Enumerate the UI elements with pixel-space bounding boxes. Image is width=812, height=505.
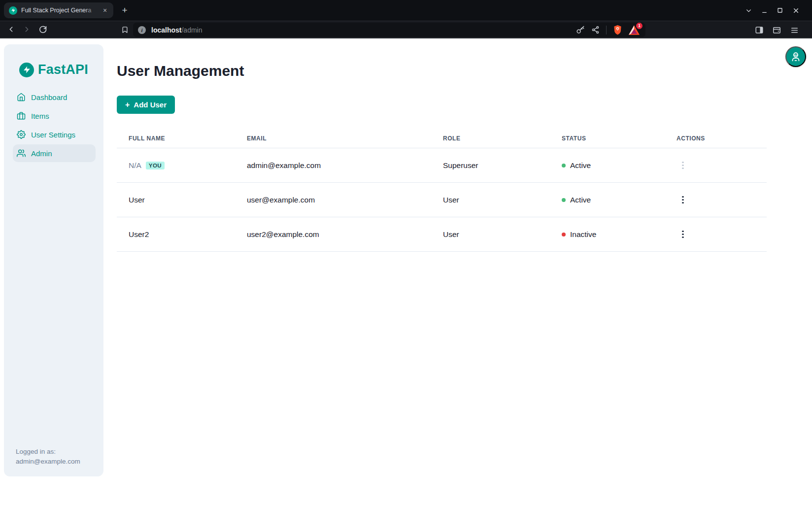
browser-tab[interactable]: Full Stack Project Genera × <box>4 2 113 18</box>
browser-toolbar: i localhost/admin 1 <box>0 21 812 38</box>
url-bar[interactable]: i localhost/admin 1 <box>133 23 645 37</box>
sidebar: FastAPI Dashboard Items User Settings <box>4 44 103 476</box>
bookmark-icon[interactable] <box>118 23 131 36</box>
page-title: User Management <box>117 63 812 79</box>
sidebar-item-label: User Settings <box>31 131 75 139</box>
row-actions-menu-button[interactable] <box>677 228 689 241</box>
sidebar-item-admin[interactable]: Admin <box>13 144 96 162</box>
sidebar-toggle-icon[interactable] <box>755 26 764 34</box>
cell-status: Inactive <box>550 230 665 239</box>
new-tab-button[interactable]: + <box>118 4 131 17</box>
row-actions-menu-button[interactable] <box>677 194 689 206</box>
window-maximize-button[interactable] <box>776 6 784 15</box>
brave-shield-icon[interactable] <box>613 25 622 35</box>
briefcase-icon <box>17 111 26 120</box>
rewards-badge: 1 <box>636 23 643 29</box>
column-header-role: ROLE <box>431 135 550 142</box>
column-header-full-name: FULL NAME <box>117 135 235 142</box>
table-row: N/A YOU admin@example.com Superuser Acti… <box>117 148 767 183</box>
status-label: Inactive <box>570 230 596 239</box>
cell-actions <box>665 228 767 241</box>
users-table: FULL NAME EMAIL ROLE STATUS ACTIONS N/A … <box>117 129 767 252</box>
full-name-value: N/A <box>129 161 141 170</box>
table-header-row: FULL NAME EMAIL ROLE STATUS ACTIONS <box>117 129 767 148</box>
fastapi-logo: FastAPI <box>4 44 103 77</box>
logged-in-as-label: Logged in as: <box>16 447 80 457</box>
cell-full-name: User <box>117 196 235 204</box>
logo-text: FastAPI <box>38 62 88 77</box>
window-close-button[interactable] <box>791 6 800 15</box>
tab-search-chevron-icon[interactable] <box>744 6 753 15</box>
reload-button[interactable] <box>35 23 49 36</box>
back-button[interactable] <box>4 23 18 36</box>
cell-role: User <box>431 196 550 204</box>
column-header-status: STATUS <box>550 135 665 142</box>
cell-actions <box>665 159 767 172</box>
sidebar-item-label: Items <box>31 112 49 120</box>
cell-status: Active <box>550 196 665 204</box>
toolbar-divider <box>606 26 607 34</box>
table-row: User2 user2@example.com User Inactive <box>117 217 767 252</box>
plus-icon: + <box>125 101 130 109</box>
status-dot <box>562 233 566 236</box>
gear-icon <box>17 130 26 139</box>
fastapi-logo-icon <box>19 63 34 77</box>
url-path: /admin <box>181 26 202 34</box>
window-minimize-button[interactable] <box>760 6 769 15</box>
menu-hamburger-icon[interactable] <box>790 26 799 34</box>
users-icon <box>17 149 26 158</box>
sidebar-item-dashboard[interactable]: Dashboard <box>13 88 96 106</box>
user-menu-button[interactable] <box>785 46 806 67</box>
cell-full-name: User2 <box>117 230 235 239</box>
status-dot <box>562 198 566 202</box>
sidebar-item-label: Dashboard <box>31 93 67 101</box>
cell-actions <box>665 194 767 206</box>
wallet-icon[interactable] <box>772 26 781 34</box>
row-actions-menu-button[interactable] <box>677 159 689 172</box>
sidebar-item-items[interactable]: Items <box>13 107 96 125</box>
column-header-email: EMAIL <box>235 135 431 142</box>
add-user-label: Add User <box>134 101 167 109</box>
status-label: Active <box>570 196 591 204</box>
status-label: Active <box>570 161 591 170</box>
cell-full-name: N/A YOU <box>117 161 235 170</box>
sidebar-item-label: Admin <box>31 149 52 158</box>
page-content: FastAPI Dashboard Items User Settings <box>0 38 812 505</box>
home-icon <box>17 93 26 101</box>
url-host: localhost <box>151 26 181 34</box>
table-row: User user@example.com User Active <box>117 183 767 217</box>
add-user-button[interactable]: + Add User <box>117 96 175 114</box>
main-area: User Management + Add User FULL NAME EMA… <box>103 38 812 505</box>
tab-strip: Full Stack Project Genera × + <box>0 0 812 21</box>
share-icon[interactable] <box>591 26 600 34</box>
brave-rewards-icon[interactable]: 1 <box>629 25 640 35</box>
sidebar-item-user-settings[interactable]: User Settings <box>13 126 96 143</box>
tab-close-icon[interactable]: × <box>101 6 109 15</box>
url-text: localhost/admin <box>151 26 203 34</box>
cell-email: user@example.com <box>235 196 431 204</box>
cell-email: user2@example.com <box>235 230 431 239</box>
column-header-actions: ACTIONS <box>665 135 767 142</box>
cell-role: Superuser <box>431 161 550 170</box>
tab-title: Full Stack Project Genera <box>21 7 97 14</box>
logged-in-email: admin@example.com <box>16 457 80 467</box>
forward-button[interactable] <box>20 23 34 36</box>
you-badge: YOU <box>146 162 165 169</box>
cell-email: admin@example.com <box>235 161 431 170</box>
password-key-icon[interactable] <box>576 26 585 34</box>
cell-status: Active <box>550 161 665 170</box>
fastapi-favicon-icon <box>9 6 17 15</box>
sidebar-footer: Logged in as: admin@example.com <box>16 447 80 467</box>
user-astronaut-icon <box>790 51 801 62</box>
cell-role: User <box>431 230 550 239</box>
status-dot <box>562 164 566 168</box>
site-info-icon[interactable]: i <box>138 26 146 34</box>
